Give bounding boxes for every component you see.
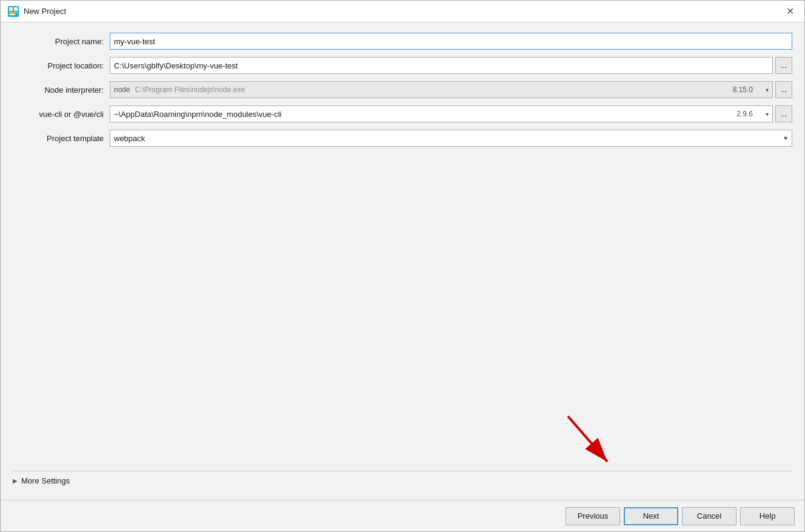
vue-cli-dropdown-arrow: ▾ bbox=[766, 111, 769, 118]
node-interpreter-field: node C:\Program Files\nodejs\node.exe 8.… bbox=[110, 81, 792, 98]
svg-rect-4 bbox=[9, 14, 15, 15]
project-location-input[interactable] bbox=[110, 57, 773, 74]
help-button[interactable]: Help bbox=[740, 507, 795, 525]
bottom-bar: Previous Next Cancel Help bbox=[1, 500, 804, 531]
dialog-content: Project name: Project location: ... Node… bbox=[1, 22, 804, 500]
close-button[interactable]: ✕ bbox=[783, 4, 797, 19]
project-template-field: webpack webpack-simple browserify simple bbox=[110, 130, 792, 147]
title-bar-left: New Project bbox=[8, 6, 66, 17]
project-name-row: Project name: bbox=[13, 32, 792, 50]
title-bar: New Project ✕ bbox=[1, 1, 804, 22]
svg-rect-2 bbox=[14, 7, 18, 11]
project-location-browse-button[interactable]: ... bbox=[775, 57, 792, 74]
more-settings-row[interactable]: ▶ More Settings bbox=[13, 471, 792, 490]
node-interpreter-browse-button[interactable]: ... bbox=[775, 81, 792, 98]
new-project-dialog: New Project ✕ Project name: Project loca… bbox=[0, 0, 805, 532]
vue-cli-label: vue-cli or @vue/cli bbox=[13, 110, 110, 119]
vue-cli-display[interactable]: ~\AppData\Roaming\npm\node_modules\vue-c… bbox=[110, 105, 773, 122]
webstorm-icon bbox=[8, 6, 19, 17]
content-spacer bbox=[13, 153, 792, 471]
vue-cli-value: ~\AppData\Roaming\npm\node_modules\vue-c… bbox=[114, 110, 769, 119]
project-name-label: Project name: bbox=[13, 37, 110, 46]
node-version: 8.15.0 bbox=[733, 85, 753, 94]
project-template-select[interactable]: webpack webpack-simple browserify simple bbox=[110, 130, 792, 147]
window-title: New Project bbox=[24, 7, 66, 16]
more-settings-label: More Settings bbox=[21, 476, 70, 485]
previous-button[interactable]: Previous bbox=[566, 507, 620, 525]
project-template-row: Project template webpack webpack-simple … bbox=[13, 129, 792, 147]
node-interpreter-label: Node interpreter: bbox=[13, 85, 110, 95]
project-location-field: ... bbox=[110, 57, 792, 74]
next-button[interactable]: Next bbox=[624, 507, 678, 525]
node-dropdown-arrow: ▾ bbox=[766, 87, 769, 93]
vue-cli-browse-button[interactable]: ... bbox=[775, 105, 792, 122]
project-location-label: Project location: bbox=[13, 61, 110, 70]
more-settings-arrow-icon: ▶ bbox=[13, 477, 18, 484]
node-interpreter-display[interactable]: node C:\Program Files\nodejs\node.exe 8.… bbox=[110, 81, 773, 98]
node-interpreter-row: Node interpreter: node C:\Program Files\… bbox=[13, 81, 792, 99]
project-template-select-wrapper: webpack webpack-simple browserify simple bbox=[110, 130, 792, 147]
project-name-input[interactable] bbox=[110, 33, 792, 50]
vue-cli-field: ~\AppData\Roaming\npm\node_modules\vue-c… bbox=[110, 105, 792, 122]
project-template-label: Project template bbox=[13, 134, 110, 143]
node-path: C:\Program Files\nodejs\node.exe bbox=[135, 85, 245, 94]
node-label: node bbox=[114, 85, 130, 94]
project-name-field bbox=[110, 33, 792, 50]
svg-rect-1 bbox=[9, 7, 13, 11]
vue-cli-version: 2.9.6 bbox=[737, 110, 753, 118]
vue-cli-row: vue-cli or @vue/cli ~\AppData\Roaming\np… bbox=[13, 105, 792, 123]
cancel-button[interactable]: Cancel bbox=[682, 507, 737, 525]
project-location-row: Project location: ... bbox=[13, 56, 792, 75]
svg-rect-3 bbox=[9, 12, 18, 13]
